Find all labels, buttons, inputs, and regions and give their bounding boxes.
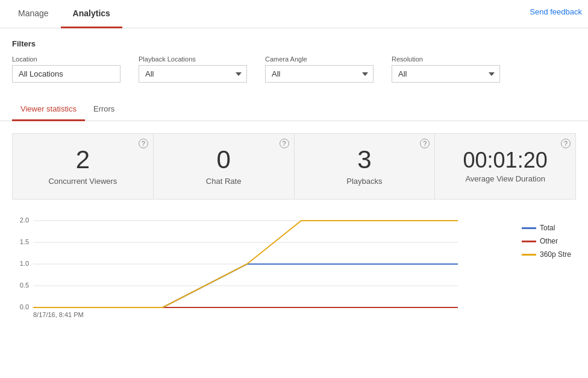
avg-duration-label: Average View Duration: [465, 174, 545, 183]
resolution-select[interactable]: All: [392, 65, 500, 83]
metric-avg-duration: ? 00:01:20 Average View Duration: [435, 133, 576, 200]
playback-locations-select[interactable]: All: [139, 65, 247, 83]
concurrent-viewers-label: Concurrent Viewers: [48, 177, 117, 186]
legend-total: Total: [522, 224, 576, 232]
help-icon-playbacks[interactable]: ?: [420, 139, 430, 148]
help-icon-duration[interactable]: ?: [561, 139, 571, 148]
tab-viewer-statistics[interactable]: Viewer statistics: [12, 98, 85, 121]
help-icon-chat[interactable]: ?: [280, 139, 289, 148]
legend-360p: 360p Stre: [522, 250, 576, 259]
y-label-0: 0.0: [20, 303, 29, 310]
filter-camera-angle: Camera Angle All: [265, 55, 374, 83]
legend-360p-label: 360p Stre: [540, 250, 571, 259]
tab-errors[interactable]: Errors: [85, 98, 123, 121]
metrics-row: ? 2 Concurrent Viewers ? 0 Chat Rate ? 3…: [0, 121, 588, 206]
tab-bar: Manage Analytics Send feedback: [0, 0, 588, 28]
help-icon-concurrent[interactable]: ?: [139, 139, 148, 148]
playbacks-value: 3: [357, 146, 371, 174]
resolution-label: Resolution: [392, 55, 500, 63]
y-label-0.5: 0.5: [20, 282, 29, 289]
tab-manage[interactable]: Manage: [6, 0, 61, 28]
chat-rate-value: 0: [216, 146, 230, 174]
y-label-1: 1.0: [20, 260, 29, 267]
chart-legend: Total Other 360p Stre: [522, 212, 576, 322]
legend-other-line: [522, 241, 536, 242]
concurrent-viewers-value: 2: [76, 146, 90, 174]
stats-tabs: Viewer statistics Errors: [0, 98, 588, 121]
location-input[interactable]: [12, 65, 120, 83]
filter-playback-locations: Playback Locations All: [139, 55, 247, 83]
chat-rate-label: Chat Rate: [206, 177, 242, 186]
y-label-1.5: 1.5: [20, 238, 29, 245]
metric-chat-rate: ? 0 Chat Rate: [154, 133, 295, 200]
chart-area: 2.0 1.5 1.0 0.5 0.0 8/17/16, 8:41 PM Tot…: [0, 206, 588, 340]
playback-locations-label: Playback Locations: [139, 55, 247, 63]
location-label: Location: [12, 55, 120, 63]
avg-duration-value: 00:01:20: [463, 148, 548, 172]
legend-360p-line: [522, 254, 536, 256]
legend-total-line: [522, 227, 536, 229]
camera-angle-select[interactable]: All: [265, 65, 374, 83]
camera-angle-label: Camera Angle: [265, 55, 374, 63]
y-label-2: 2.0: [20, 216, 29, 224]
metric-concurrent-viewers: ? 2 Concurrent Viewers: [12, 133, 154, 200]
x-label: 8/17/16, 8:41 PM: [33, 311, 84, 318]
legend-total-label: Total: [540, 224, 555, 232]
filter-resolution: Resolution All: [392, 55, 500, 83]
filter-location: Location: [12, 55, 120, 83]
playbacks-label: Playbacks: [346, 177, 382, 186]
filters-section: Filters Location Playback Locations All …: [0, 28, 588, 89]
filters-label: Filters: [12, 39, 576, 48]
filters-row: Location Playback Locations All Camera A…: [12, 55, 576, 83]
legend-other-label: Other: [540, 237, 558, 245]
send-feedback-link[interactable]: Send feedback: [530, 7, 582, 16]
chart-svg: 2.0 1.5 1.0 0.5 0.0 8/17/16, 8:41 PM: [12, 212, 470, 320]
metric-playbacks: ? 3 Playbacks: [295, 133, 436, 200]
legend-other: Other: [522, 237, 576, 245]
chart-container: 2.0 1.5 1.0 0.5 0.0 8/17/16, 8:41 PM: [12, 212, 516, 322]
tab-analytics[interactable]: Analytics: [61, 0, 122, 28]
